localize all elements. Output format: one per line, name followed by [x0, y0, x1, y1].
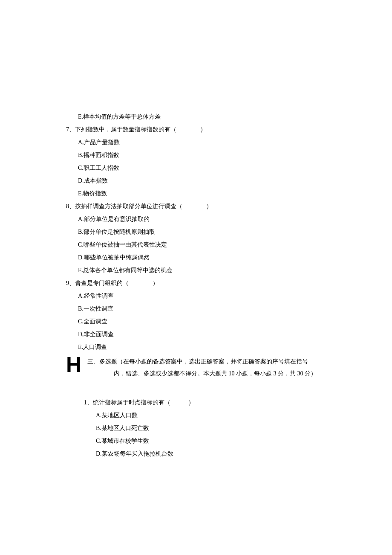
h-marker-icon: H: [66, 354, 81, 375]
question-7-option-e: E.物价指数: [78, 188, 328, 200]
section-3-header: H 三、多选题（在每小题的备选答案中，选出正确答案，并将正确答案的序号填在括号 …: [66, 356, 328, 380]
question-8-stem: 8、按抽样调查方法抽取部分单位进行调查（ ）: [66, 200, 328, 212]
question-7-option-d: D.成本指数: [78, 175, 328, 187]
question-8-option-d: D.哪些单位被抽中纯属偶然: [78, 252, 328, 264]
section-3-instruction-line2: 内，错选、多选或少选都不得分。本大题共 10 小题，每小题 3 分，共 30 分…: [114, 368, 328, 380]
question-9-option-b: B.一次性调查: [78, 303, 328, 315]
question-9-option-a: A.经常性调查: [78, 290, 328, 302]
question-8-option-c: C.哪些单位被抽中由其代表性决定: [78, 239, 328, 251]
section-3-question-1: 1、统计指标属于时点指标的有（ ） A.某地区人口数 B.某地区人口死亡数 C.…: [84, 397, 328, 460]
question-8-option-a: A.部分单位是有意识抽取的: [78, 213, 328, 225]
s3-question-1-option-b: B.某地区人口死亡数: [96, 422, 328, 434]
document-body: E.样本均值的方差等于总体方差 7、下列指数中，属于数量指标指数的有（ ） A,…: [66, 111, 328, 461]
question-7-option-c: C.职工工人指数: [78, 162, 328, 174]
question-7-stem: 7、下列指数中，属于数量指标指数的有（ ）: [66, 124, 328, 136]
prev-question-option-e: E.样本均值的方差等于总体方差: [78, 111, 328, 123]
s3-question-1-option-c: C.某城市在校学生数: [96, 435, 328, 447]
question-8-option-b: B.部分单位是按随机原则抽取: [78, 226, 328, 238]
question-9-option-d: D,非全面调查: [78, 328, 328, 340]
question-9-option-c: C.全面调查: [78, 316, 328, 328]
question-9-stem: 9、普查是专门组织的（ ）: [66, 277, 328, 289]
question-7-option-a: A,产品产量指数: [78, 137, 328, 148]
s3-question-1-stem: 1、统计指标属于时点指标的有（ ）: [84, 397, 328, 409]
question-9-option-e: E.人口调查: [78, 341, 328, 353]
question-7-option-b: B.播种面积指数: [78, 149, 328, 161]
s3-question-1-option-a: A.某地区人口数: [96, 410, 328, 421]
s3-question-1-option-d: D.某农场每年买入拖拉机台数: [96, 448, 328, 460]
question-8-option-e: E.总体各个单位都有同等中选的机会: [78, 264, 328, 276]
section-3-instruction-line1: 三、多选题（在每小题的备选答案中，选出正确答案，并将正确答案的序号填在括号: [87, 356, 328, 368]
